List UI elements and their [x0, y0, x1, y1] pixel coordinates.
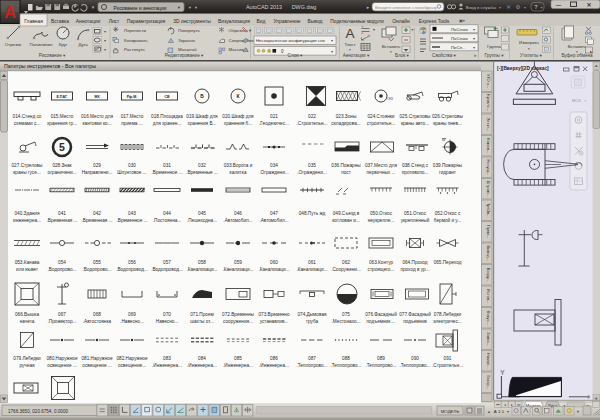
svg-text:.Теплопрово...: .Теплопрово...: [365, 363, 396, 368]
svg-text:Y: Y: [500, 369, 505, 376]
svg-text:.Временное ...: .Временное ...: [116, 218, 147, 223]
svg-text:▾: ▾: [585, 99, 587, 103]
svg-text:гидрант: гидрант: [439, 170, 457, 175]
svg-text:025.Стреловы: 025.Стреловы: [400, 114, 432, 119]
svg-text:Е.ПАГ.: Е.ПАГ.: [56, 95, 67, 99]
svg-text:Группы ▾: Группы ▾: [485, 53, 505, 58]
svg-text:DWG.dwg: DWG.dwg: [292, 4, 317, 10]
svg-text:Масштаб: Масштаб: [178, 47, 197, 52]
svg-text:Буфер обмена: Буфер обмена: [561, 53, 593, 58]
svg-text:»: »: [474, 53, 477, 58]
svg-text:Несохраненная конфигурация сло: Несохраненная конфигурация сло: [256, 38, 326, 43]
svg-text:Вход в службы: Вход в службы: [466, 5, 496, 10]
svg-text:Крепле...: Крепле...: [486, 94, 491, 111]
svg-text:081.Наружное: 081.Наружное: [81, 356, 112, 361]
svg-text:059: 059: [234, 260, 242, 265]
svg-text:Отрезок: Отрезок: [5, 42, 22, 47]
svg-text:[-][Вверху][2D каркас]: [-][Вверху][2D каркас]: [497, 66, 549, 71]
svg-text:бермой и у...: бермой и у...: [434, 217, 461, 223]
svg-text:055: 055: [93, 260, 101, 265]
svg-text:020.Шкаф для: 020.Шкаф для: [222, 114, 254, 119]
svg-text:075: 075: [342, 312, 350, 317]
svg-text:Навесно...: Навесно...: [156, 319, 178, 324]
svg-text:инженерна...: инженерна...: [13, 218, 41, 223]
svg-text:089: 089: [377, 356, 385, 361]
svg-text:.Временные ...: .Временные ...: [186, 170, 218, 175]
svg-text:проход в ур...: проход в ур...: [400, 267, 429, 272]
svg-text:090: 090: [411, 356, 419, 361]
svg-text:▾: ▾: [507, 409, 509, 414]
svg-text:068: 068: [93, 312, 101, 317]
svg-text:016.Место для: 016.Место для: [81, 114, 114, 119]
svg-text:▾: ▾: [473, 36, 475, 41]
svg-text:краны авто...: краны авто...: [401, 121, 429, 126]
svg-text:.Водопровод...: .Водопровод...: [116, 267, 148, 272]
svg-text:Вид: Вид: [257, 19, 266, 24]
svg-text:А 1:1: А 1:1: [494, 409, 505, 414]
svg-text:▲: ▲: [487, 409, 491, 414]
svg-text:Лист: Лист: [109, 19, 120, 24]
svg-text:шахты от...: шахты от...: [190, 319, 214, 324]
svg-text:014.Стенд со: 014.Стенд со: [13, 114, 42, 119]
svg-text:083: 083: [163, 356, 171, 361]
svg-text:087: 087: [308, 356, 316, 361]
svg-text:019.Шкаф для: 019.Шкаф для: [186, 114, 218, 119]
svg-text:схемами с...: схемами с...: [14, 121, 40, 126]
svg-text:▾: ▾: [473, 27, 475, 32]
svg-text:060: 060: [270, 260, 278, 265]
svg-text:▾: ▾: [528, 47, 530, 51]
svg-text:.Инженерна...: .Инженерна...: [187, 363, 217, 368]
svg-text:⏮: ⏮: [496, 403, 499, 407]
svg-text:Палитры инструментов - Все пал: Палитры инструментов - Все палитры: [4, 63, 96, 69]
svg-text:1766.3650, 020.6754, 0.0000: 1766.3650, 020.6754, 0.0000: [8, 409, 68, 414]
svg-text:071.Проем: 071.Проем: [190, 312, 214, 317]
svg-text:▾: ▾: [104, 29, 106, 34]
svg-text:для хранен...: для хранен...: [153, 121, 182, 126]
svg-text:СВ: СВ: [164, 95, 170, 99]
svg-text:МСК: МСК: [572, 98, 581, 103]
svg-text:076.Фасадный: 076.Фасадный: [365, 311, 397, 317]
svg-text:Шпунтовое ...: Шпунтовое ...: [117, 170, 146, 175]
svg-text:краны пнев...: краны пнев...: [433, 121, 462, 126]
svg-text:краны гусе...: краны гусе...: [13, 170, 40, 175]
svg-text:073.Временно: 073.Временно: [258, 312, 289, 317]
svg-text:066.Вышка: 066.Вышка: [15, 312, 40, 317]
svg-text:.Строительн...: .Строительн...: [432, 363, 463, 368]
svg-text:Express Tools: Express Tools: [419, 19, 450, 24]
svg-text:Возду...: Возду...: [486, 268, 491, 282]
svg-text:.Канализаци...: .Канализаци...: [258, 267, 289, 272]
svg-text:Рф-М.: Рф-М.: [127, 95, 138, 99]
svg-text:Редактирование ▾: Редактирование ▾: [165, 53, 204, 58]
svg-text:058: 058: [198, 260, 206, 265]
svg-text:062: 062: [342, 260, 350, 265]
svg-text:ПГ: ПГ: [442, 138, 446, 142]
svg-text:045: 045: [198, 211, 206, 216]
svg-text:043: 043: [128, 211, 136, 216]
svg-text:027.Стреловы: 027.Стреловы: [12, 163, 44, 168]
svg-text:освещение ...: освещение ...: [47, 363, 76, 368]
svg-text:A: A: [4, 4, 16, 21]
svg-text:Обрезать ▾: Обрезать ▾: [229, 28, 253, 33]
svg-text:Утилиты ▾: Утилиты ▾: [520, 53, 543, 58]
svg-text:030: 030: [128, 163, 136, 168]
svg-text:◂: ◂: [504, 403, 506, 407]
svg-text:.Инженерна...: .Инженерна...: [259, 363, 289, 368]
svg-text:неукрепле...: неукрепле...: [368, 218, 395, 223]
svg-text:Штрам...: Штрам...: [486, 181, 491, 197]
svg-text:устанавлив...: устанавлив...: [260, 319, 289, 324]
svg-text:Вывод: Вывод: [308, 19, 323, 24]
svg-text:ЖК: ЖК: [93, 95, 100, 99]
svg-text:026.Стреловы: 026.Стреловы: [432, 114, 464, 119]
svg-text:Вывод...: Вывод...: [486, 246, 491, 261]
svg-text:3D инструменты: 3D инструменты: [173, 19, 211, 24]
svg-text:023.Зоны: 023.Зоны: [336, 114, 357, 119]
svg-text:.Канализаци...: .Канализаци...: [296, 267, 327, 272]
svg-text:032: 032: [198, 163, 206, 168]
svg-text:хранения б...: хранения б...: [224, 121, 252, 126]
svg-text:048.Путь жд: 048.Путь жд: [299, 211, 326, 216]
svg-text:▾: ▾: [411, 27, 413, 32]
svg-text:Блок ▾: Блок ▾: [395, 53, 410, 58]
svg-text:начета: начета: [20, 319, 35, 324]
svg-text:033.Ворота и: 033.Ворота и: [224, 163, 253, 168]
svg-text:ПоСлою: ПоСлою: [451, 36, 469, 41]
